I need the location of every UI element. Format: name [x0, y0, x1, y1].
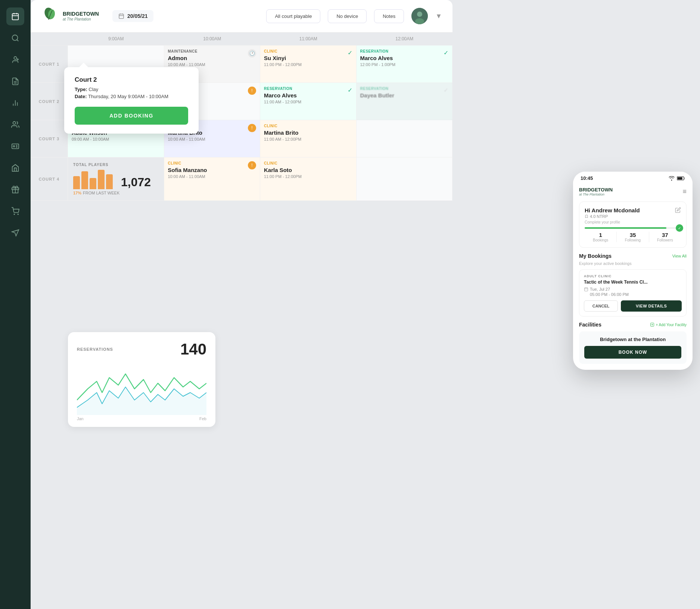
court-4-cell-stats: TOTAL PLAYERS 1,072 17% FROM LAST WEEK — [68, 157, 164, 201]
bar-4 — [98, 170, 105, 189]
booking-type-clinic2: CLINIC — [264, 124, 352, 128]
bar-3 — [90, 178, 96, 189]
tooltip-popup: Court 2 Type: Clay Date: Thursday, 20 Ma… — [64, 67, 199, 134]
clock-icon: 🕐 — [248, 49, 256, 57]
avatar-icon — [411, 8, 428, 24]
sidebar-item-reports[interactable] — [6, 72, 24, 90]
booking-time-marcoalves2: 11:00 AM - 12:00PM — [264, 100, 352, 104]
booking-name-marcoalves1: Marco Alves — [360, 55, 449, 61]
sidebar-item-user-add[interactable] — [6, 51, 24, 69]
view-all-link[interactable]: View All — [672, 254, 687, 258]
court-2-cell-3[interactable]: ✓ RESERVATION Dayea Butler — [357, 83, 453, 120]
add-facility-link[interactable]: + Add Your Facility — [650, 322, 687, 327]
facilities-header: Facilities + Add Your Facility — [579, 322, 687, 328]
time-header: 9:00AM 10:00AM 11:00AM 12:00AM — [31, 32, 452, 46]
svg-line-5 — [17, 40, 18, 41]
tooltip-date-label: Date: — [75, 94, 87, 99]
following-value: 35 — [617, 232, 648, 238]
booking-date-value: Tue, Jul 27 — [590, 287, 610, 291]
orange-dot-3: ! — [248, 161, 256, 169]
facility-name: Bridgetown at the Plantation — [584, 337, 681, 342]
calendar-small-icon — [584, 287, 588, 291]
booking-type-clinic1: CLINIC — [264, 49, 352, 53]
svg-rect-32 — [677, 177, 682, 179]
time-10am: 10:00AM — [164, 36, 261, 41]
booking-time-martinabrito1: 10:00 AM - 11:00AM — [168, 137, 256, 141]
sidebar-item-megaphone[interactable] — [6, 224, 24, 242]
stats-change: 17% — [73, 191, 81, 195]
booking-type-clinic4: CLINIC — [264, 161, 352, 165]
add-booking-button[interactable]: ADD BOOKING — [75, 107, 188, 125]
booking-time-marcoalves1: 12:00 PM - 1:00PM — [360, 62, 449, 67]
booking-name-admon: Admon — [168, 55, 256, 61]
logo-icon — [41, 7, 60, 25]
sidebar-item-gift[interactable] — [6, 181, 24, 199]
court-4-cell-1[interactable]: ! CLINIC Sofia Manzano 10:00 AM - 11:00A… — [164, 157, 261, 201]
bookings-section-subtitle: Explore your active bookings — [579, 261, 687, 266]
booking-type-maintenance: MAINTENANCE — [168, 49, 256, 53]
menu-icon[interactable]: ≡ — [682, 188, 687, 196]
cancel-booking-button[interactable]: CANCEL — [584, 300, 618, 312]
date-value: 20/05/21 — [127, 13, 148, 19]
chart-svg — [77, 363, 206, 415]
sidebar-item-cart[interactable] — [6, 202, 24, 220]
court-3-cell-3[interactable] — [357, 120, 453, 157]
no-device-button[interactable]: No device — [328, 9, 367, 23]
court-4-cell-3[interactable] — [357, 157, 453, 201]
stats-change-label: FROM LAST WEEK — [83, 191, 119, 195]
filter-icon[interactable]: ▼ — [435, 12, 442, 20]
avatar[interactable] — [411, 8, 428, 24]
phone-content: BRIDGETOWN at The Plantation ≡ Hi Andrew… — [573, 183, 693, 370]
bar-5 — [106, 174, 113, 189]
court-4-cell-2[interactable]: CLINIC Karla Soto 11:00 PM - 12:00PM — [260, 157, 357, 201]
court-1-cell-2[interactable]: ✓ CLINIC Su Xinyi 11:00 PM - 12:00PM — [260, 46, 357, 83]
date-badge[interactable]: 20/05/21 — [112, 10, 154, 22]
main-content: BRIDGETOWN at The Plantation 20/05/21 Al… — [31, 0, 700, 609]
booking-time-martinabrito2: 11:00 AM - 12:00PM — [264, 137, 352, 141]
booking-time-sofiamanzano: 10:00 AM - 11:00AM — [168, 174, 256, 179]
bookings-section-title: My Bookings — [579, 253, 612, 259]
court-4-row: COURT 4 TOTAL PLAYERS 1,072 17% FROM LAS… — [31, 157, 452, 201]
tooltip-title: Court 2 — [75, 76, 188, 84]
sidebar-item-search[interactable] — [6, 29, 24, 47]
view-details-button[interactable]: VIEW DETAILS — [621, 300, 682, 312]
court-3-cell-2[interactable]: CLINIC Martina Brito 11:00 AM - 12:00PM — [260, 120, 357, 157]
check-icon: ✓ — [348, 49, 352, 56]
booking-type-reservation2: RESERVATION — [264, 87, 352, 91]
time-9am: 9:00AM — [68, 36, 164, 41]
profile-progress-bar: ✓ — [585, 227, 681, 229]
profile-complete: Complete your profile — [585, 220, 640, 224]
chart-labels: Jan Feb — [77, 416, 206, 421]
chart-card: RESERVATIONS 140 Jan Feb — [68, 332, 215, 427]
court-2-cell-2[interactable]: ✓ RESERVATION Marco Alves 11:00 AM - 12:… — [260, 83, 357, 120]
profile-card: Hi Andrew Mcdonald 4.0 NTRP Complete you… — [579, 202, 687, 248]
all-court-playable-button[interactable]: All court playable — [266, 9, 320, 23]
facility-card: Bridgetown at the Plantation BOOK NOW — [579, 331, 687, 364]
tooltip-type-row: Type: Clay — [75, 87, 188, 92]
svg-point-28 — [417, 12, 422, 17]
book-now-button[interactable]: BOOK NOW — [584, 346, 681, 359]
sidebar-item-calendar[interactable] — [6, 7, 24, 25]
bar-1 — [73, 176, 80, 189]
plus-square-icon — [650, 322, 654, 327]
orange-dot-2: ! — [248, 124, 256, 132]
booking-card-actions: CANCEL VIEW DETAILS — [584, 300, 682, 312]
following-label: Following — [617, 238, 648, 242]
edit-icon[interactable] — [675, 207, 681, 215]
chart-area — [77, 363, 206, 415]
chart-number: 140 — [180, 340, 206, 358]
chart-header: RESERVATIONS 140 — [77, 340, 206, 358]
booking-type-reservation1: RESERVATION — [360, 49, 449, 53]
booking-card-name: Tactic of the Week Tennis Cl... — [584, 279, 682, 285]
sidebar-item-chart[interactable] — [6, 94, 24, 112]
sidebar-item-building[interactable] — [6, 159, 24, 177]
phone-status-icons — [669, 176, 685, 181]
svg-point-16 — [13, 146, 15, 147]
sidebar-item-people[interactable] — [6, 116, 24, 134]
logo-name: BRIDGETOWN — [63, 11, 99, 17]
profile-check-icon: ✓ — [676, 224, 683, 232]
court-1-cell-3[interactable]: ✓ RESERVATION Marco Alves 12:00 PM - 1:0… — [357, 46, 453, 83]
sidebar-item-id[interactable] — [6, 137, 24, 155]
bar-2 — [81, 171, 88, 189]
notes-button[interactable]: Notes — [374, 9, 404, 23]
